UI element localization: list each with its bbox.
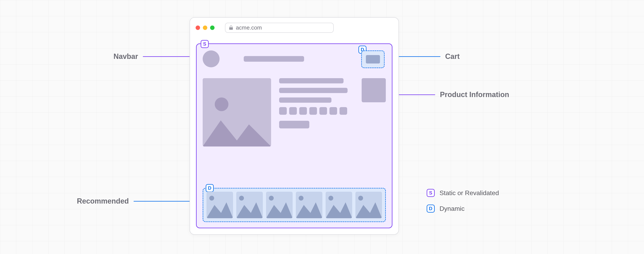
recommended-region: D <box>203 188 386 222</box>
svg-marker-6 <box>356 202 382 218</box>
svg-marker-5 <box>326 202 352 218</box>
lock-icon <box>229 25 233 30</box>
swatch-placeholder <box>330 107 337 115</box>
static-badge: S <box>201 40 209 48</box>
browser-window: acme.com S D <box>190 17 399 235</box>
callout-cart: Cart <box>394 52 466 61</box>
cart-region-wrap: D <box>360 49 386 69</box>
recommended-thumb <box>236 192 263 218</box>
maximize-icon <box>210 25 214 30</box>
svg-marker-1 <box>206 202 233 218</box>
callout-recommended: Recommended <box>72 197 196 205</box>
product-info-region <box>203 78 386 158</box>
recommended-thumb <box>206 192 233 218</box>
swatch-row <box>279 107 358 115</box>
callout-navbar: Navbar <box>107 52 195 61</box>
callout-product-info-label: Product Information <box>440 90 509 99</box>
swatch-placeholder <box>340 107 347 115</box>
svg-marker-2 <box>236 202 263 218</box>
callout-product-info: Product Information <box>399 90 520 99</box>
close-icon <box>196 25 200 30</box>
callout-cart-label: Cart <box>445 52 460 61</box>
image-mountain-icon <box>203 108 271 146</box>
svg-marker-3 <box>266 202 292 218</box>
traffic-lights <box>196 25 214 30</box>
swatch-placeholder <box>289 107 297 115</box>
cart-region <box>361 50 384 68</box>
text-placeholder <box>279 98 332 103</box>
text-placeholder <box>279 88 348 93</box>
button-placeholder <box>279 121 309 128</box>
swatch-placeholder <box>299 107 307 115</box>
callout-line <box>394 56 440 57</box>
svg-marker-4 <box>296 202 322 218</box>
recommended-thumb <box>296 192 322 218</box>
dynamic-badge-icon: D <box>427 205 435 213</box>
legend-static: S Static or Revalidated <box>427 189 499 197</box>
product-image-placeholder <box>203 78 271 146</box>
callout-line <box>134 201 196 202</box>
side-box-placeholder <box>362 78 386 102</box>
static-badge-icon: S <box>427 189 435 197</box>
browser-titlebar: acme.com <box>190 18 398 38</box>
callout-line <box>143 56 195 57</box>
recommended-thumb <box>356 192 382 218</box>
callout-line <box>399 95 435 95</box>
callout-navbar-label: Navbar <box>114 52 138 61</box>
legend-dynamic-label: Dynamic <box>440 205 464 212</box>
legend-static-label: Static or Revalidated <box>440 189 499 197</box>
recommended-thumb <box>326 192 352 218</box>
legend: S Static or Revalidated D Dynamic <box>427 189 499 220</box>
text-placeholder <box>279 78 344 83</box>
dynamic-badge: D <box>206 184 214 192</box>
logo-placeholder <box>203 50 220 67</box>
swatch-placeholder <box>320 107 327 115</box>
cart-placeholder <box>366 55 380 63</box>
static-region: S D <box>196 43 392 228</box>
nav-text-placeholder <box>244 56 304 62</box>
legend-dynamic: D Dynamic <box>427 205 499 213</box>
swatch-placeholder <box>279 107 287 115</box>
address-bar-url: acme.com <box>236 24 262 31</box>
swatch-placeholder <box>309 107 317 115</box>
product-details <box>279 78 358 158</box>
address-bar: acme.com <box>225 23 334 33</box>
svg-marker-0 <box>203 120 271 146</box>
callout-recommended-label: Recommended <box>77 197 129 205</box>
recommended-thumb <box>266 192 292 218</box>
minimize-icon <box>203 25 207 30</box>
